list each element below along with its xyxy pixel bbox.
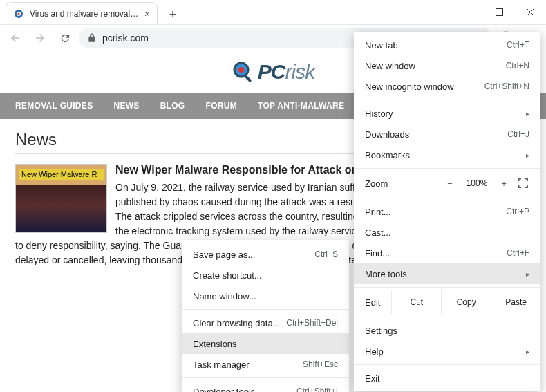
svg-point-2 xyxy=(18,12,20,15)
menu-clear-browsing-data[interactable]: Clear browsing data...Ctrl+Shift+Del xyxy=(182,312,349,333)
svg-rect-3 xyxy=(464,12,472,12)
fullscreen-icon[interactable] xyxy=(517,177,529,189)
menu-bookmarks[interactable]: Bookmarks xyxy=(354,144,540,165)
menu-find[interactable]: Find...Ctrl+F xyxy=(354,243,540,263)
article-thumbnail[interactable]: New Wiper Malware R xyxy=(15,164,107,233)
menu-name-window[interactable]: Name window... xyxy=(182,286,349,306)
menu-separator xyxy=(354,100,540,100)
window-titlebar: Virus and malware removal instru × + xyxy=(0,0,546,25)
menu-new-incognito[interactable]: New incognito windowCtrl+Shift+N xyxy=(354,76,540,97)
menu-new-tab[interactable]: New tabCtrl+T xyxy=(354,35,540,55)
menu-separator xyxy=(354,168,540,169)
close-window-button[interactable] xyxy=(515,0,546,24)
menu-settings[interactable]: Settings xyxy=(354,320,540,341)
lock-icon xyxy=(87,33,97,43)
new-tab-button[interactable]: + xyxy=(163,5,182,24)
menu-history[interactable]: History xyxy=(354,103,540,124)
menu-downloads[interactable]: DownloadsCtrl+J xyxy=(354,124,540,144)
nav-news[interactable]: NEWS xyxy=(113,101,139,111)
menu-task-manager[interactable]: Task managerShift+Esc xyxy=(182,354,349,375)
menu-separator xyxy=(354,198,540,198)
menu-separator xyxy=(182,377,349,378)
site-logo-text: PCrisk xyxy=(258,60,314,84)
edit-cut-button[interactable]: Cut xyxy=(391,290,441,314)
tab-close-icon[interactable]: × xyxy=(144,9,150,19)
menu-separator xyxy=(354,364,540,365)
edit-paste-button[interactable]: Paste xyxy=(491,290,540,314)
back-button[interactable] xyxy=(4,27,26,49)
menu-separator xyxy=(182,309,349,310)
menu-separator xyxy=(354,287,540,288)
zoom-label: Zoom xyxy=(365,178,388,189)
edit-label: Edit xyxy=(354,290,391,314)
edit-copy-button[interactable]: Copy xyxy=(441,290,491,314)
menu-cast[interactable]: Cast... xyxy=(354,222,540,243)
site-logo-icon xyxy=(232,60,255,84)
zoom-in-button[interactable]: + xyxy=(496,178,511,189)
window-controls xyxy=(453,0,546,24)
menu-more-tools[interactable]: More tools xyxy=(354,263,540,284)
nav-removal-guides[interactable]: REMOVAL GUIDES xyxy=(15,101,93,111)
browser-tab[interactable]: Virus and malware removal instru × xyxy=(6,2,158,24)
svg-point-11 xyxy=(238,67,244,73)
zoom-value: 100% xyxy=(463,178,491,188)
nav-blog[interactable]: BLOG xyxy=(160,101,185,111)
reload-button[interactable] xyxy=(54,27,76,49)
minimize-button[interactable] xyxy=(453,0,484,24)
nav-top-antimalware[interactable]: TOP ANTI-MALWARE xyxy=(258,101,344,111)
chrome-main-menu: New tabCtrl+T New windowCtrl+N New incog… xyxy=(354,32,540,391)
svg-rect-12 xyxy=(244,75,252,82)
menu-create-shortcut[interactable]: Create shortcut... xyxy=(182,265,349,286)
menu-help[interactable]: Help xyxy=(354,341,540,362)
menu-edit-row: Edit Cut Copy Paste xyxy=(354,290,540,314)
tab-title: Virus and malware removal instru xyxy=(30,9,140,19)
menu-new-window[interactable]: New windowCtrl+N xyxy=(354,55,540,76)
url-text: pcrisk.com xyxy=(102,32,149,44)
menu-print[interactable]: Print...Ctrl+P xyxy=(354,201,540,222)
thumbnail-label: New Wiper Malware R xyxy=(19,169,104,180)
menu-extensions[interactable]: Extensions xyxy=(182,333,349,354)
menu-zoom-row: Zoom − 100% + xyxy=(354,171,540,195)
tab-favicon-icon xyxy=(13,8,24,19)
forward-button[interactable] xyxy=(29,27,51,49)
menu-developer-tools[interactable]: Developer toolsCtrl+Shift+I xyxy=(182,381,349,392)
more-tools-submenu: Save page as...Ctrl+S Create shortcut...… xyxy=(182,240,349,392)
menu-exit[interactable]: Exit xyxy=(354,368,540,389)
maximize-button[interactable] xyxy=(484,0,515,24)
zoom-out-button[interactable]: − xyxy=(442,178,458,189)
menu-save-page[interactable]: Save page as...Ctrl+S xyxy=(182,244,349,265)
nav-forum[interactable]: FORUM xyxy=(206,101,238,111)
svg-rect-4 xyxy=(496,8,503,15)
menu-separator xyxy=(354,317,540,317)
